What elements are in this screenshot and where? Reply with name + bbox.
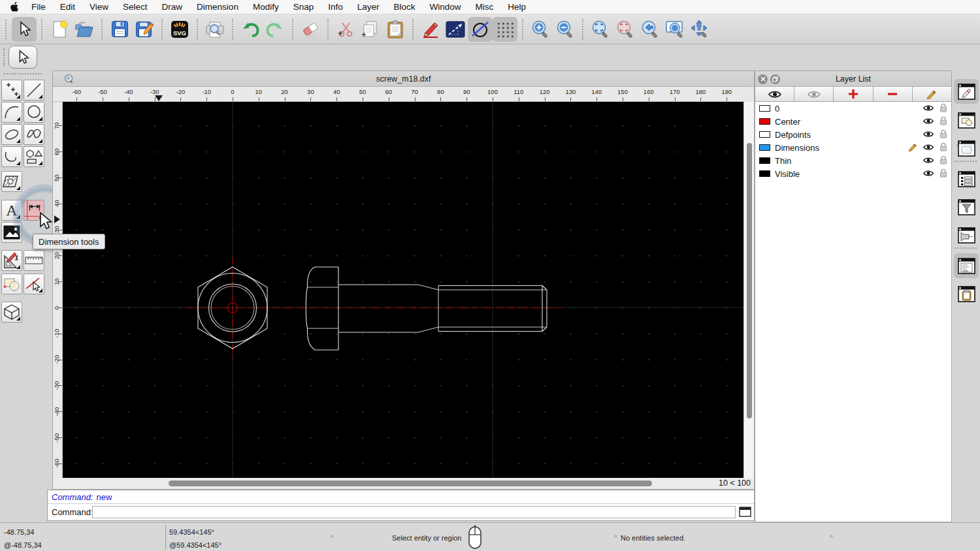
layer-color-swatch[interactable] [759, 144, 770, 151]
tool-line[interactable] [24, 80, 44, 101]
layer-visibility-eye-icon[interactable] [923, 117, 934, 127]
zoom-previous-button[interactable] [638, 17, 662, 42]
layer-name[interactable]: Thin [775, 156, 923, 166]
menu-draw[interactable]: Draw [155, 2, 190, 12]
layer-color-swatch[interactable] [759, 118, 770, 125]
dock-toggle-laser[interactable] [954, 223, 979, 247]
select-button[interactable] [12, 17, 37, 42]
menu-select[interactable]: Select [116, 2, 155, 12]
layer-lock-icon[interactable] [939, 116, 947, 127]
print-preview-button[interactable] [203, 17, 227, 42]
pen-button[interactable] [418, 17, 443, 42]
layer-row-dimensions[interactable]: Dimensions [755, 141, 951, 154]
drawing-canvas[interactable] [63, 102, 745, 479]
grid-toggle-button[interactable] [493, 17, 517, 42]
tool-hatch[interactable] [1, 171, 22, 192]
command-dock-float-button[interactable] [739, 507, 751, 517]
menu-snap[interactable]: Snap [286, 2, 321, 12]
tool-modify[interactable] [1, 250, 22, 271]
hide-all-layers-button[interactable] [794, 87, 834, 101]
menu-help[interactable]: Help [500, 2, 533, 12]
dock-toggle-blocks[interactable] [954, 108, 979, 133]
layer-color-swatch[interactable] [759, 157, 770, 164]
layer-row-visible[interactable]: Visible [755, 167, 951, 180]
zoom-window-button[interactable] [662, 17, 687, 42]
dock-toggle-layer-list[interactable] [954, 166, 979, 191]
cut-button[interactable] [333, 17, 358, 42]
layer-lock-icon[interactable] [939, 142, 947, 153]
zoom-in-button[interactable] [528, 17, 553, 42]
copy-button[interactable] [358, 17, 383, 42]
paste-button[interactable] [383, 17, 408, 42]
open-button[interactable] [72, 17, 97, 42]
layer-name[interactable]: Center [775, 117, 923, 127]
remove-layer-button[interactable] [874, 87, 913, 101]
layer-color-swatch[interactable] [759, 131, 770, 138]
tool-circle[interactable] [24, 102, 44, 123]
zoom-out-button[interactable] [553, 17, 578, 42]
tool-measure[interactable] [24, 250, 44, 271]
tool-blocks[interactable] [1, 274, 22, 294]
layer-lock-icon[interactable] [939, 129, 947, 140]
layer-visibility-eye-icon[interactable] [923, 130, 934, 140]
layer-row-defpoints[interactable]: Defpoints [755, 128, 951, 141]
layer-panel-close-button[interactable] [758, 74, 768, 84]
layer-color-swatch[interactable] [759, 170, 770, 177]
tool-ellipse[interactable] [1, 124, 22, 145]
menu-window[interactable]: Window [423, 2, 468, 12]
layer-name[interactable]: 0 [775, 104, 923, 114]
tool-text[interactable]: A [1, 200, 22, 221]
horizontal-scrollbar[interactable]: 10 < 100 [53, 478, 754, 489]
layer-name[interactable]: Defpoints [775, 130, 923, 140]
layer-row-0[interactable]: 0 [755, 102, 951, 115]
vertical-scrollbar-thumb[interactable] [747, 143, 752, 418]
toolbar-drag-handle[interactable] [5, 20, 8, 39]
zoom-selected-button[interactable] [613, 17, 638, 42]
menu-info[interactable]: Info [321, 2, 350, 12]
layer-row-center[interactable]: Center [755, 115, 951, 128]
menu-modify[interactable]: Modify [246, 2, 286, 12]
pen-color-button[interactable] [468, 17, 493, 42]
tool-polyline[interactable] [1, 146, 22, 167]
palette-drag-handle[interactable] [4, 73, 42, 74]
menu-misc[interactable]: Misc [468, 2, 501, 12]
layer-lock-icon[interactable] [939, 103, 947, 114]
layer-name[interactable]: Visible [775, 169, 923, 179]
menu-view[interactable]: View [82, 2, 116, 12]
layer-color-swatch[interactable] [759, 105, 770, 112]
edit-layer-button[interactable] [913, 87, 951, 101]
layer-lock-icon[interactable] [939, 168, 947, 180]
line-attributes-button[interactable] [443, 17, 468, 42]
zoom-auto-button[interactable] [588, 17, 613, 42]
apple-menu[interactable] [7, 2, 24, 12]
tool-points[interactable] [1, 80, 22, 101]
vertical-scrollbar[interactable] [743, 102, 754, 479]
save-as-button[interactable] [132, 17, 157, 42]
tool-spline[interactable] [24, 124, 44, 145]
show-all-layers-button[interactable] [755, 87, 794, 101]
tool-arc[interactable] [1, 102, 22, 123]
selection-pointer-button[interactable] [8, 46, 37, 69]
subtoolbar-drag-handle[interactable] [3, 48, 5, 66]
tool-solid[interactable] [1, 302, 22, 323]
menu-edit[interactable]: Edit [53, 2, 82, 12]
zoom-pan-button[interactable] [687, 17, 712, 42]
document-title-bar[interactable]: screw_m18.dxf [53, 71, 754, 87]
menu-dimension[interactable]: Dimension [189, 2, 246, 12]
dock-toggle-pen[interactable] [954, 79, 979, 104]
dock-toggle-filter[interactable] [954, 195, 979, 219]
add-layer-button[interactable] [834, 87, 873, 101]
layer-name[interactable]: Dimensions [775, 143, 907, 153]
layer-visibility-eye-icon[interactable] [923, 104, 934, 114]
new-document-button[interactable] [47, 17, 72, 42]
horizontal-scrollbar-thumb[interactable] [169, 480, 652, 486]
layer-visibility-eye-icon[interactable] [923, 156, 934, 166]
menu-layer[interactable]: Layer [350, 2, 387, 12]
save-button[interactable] [107, 17, 132, 42]
dock-toggle-clipboard[interactable] [954, 281, 979, 306]
dock-toggle-library[interactable] [954, 136, 979, 161]
layer-panel-header[interactable]: Layer List [755, 71, 951, 87]
tool-shapes[interactable] [24, 146, 44, 167]
menu-block[interactable]: Block [387, 2, 423, 12]
tool-image[interactable] [1, 222, 22, 243]
